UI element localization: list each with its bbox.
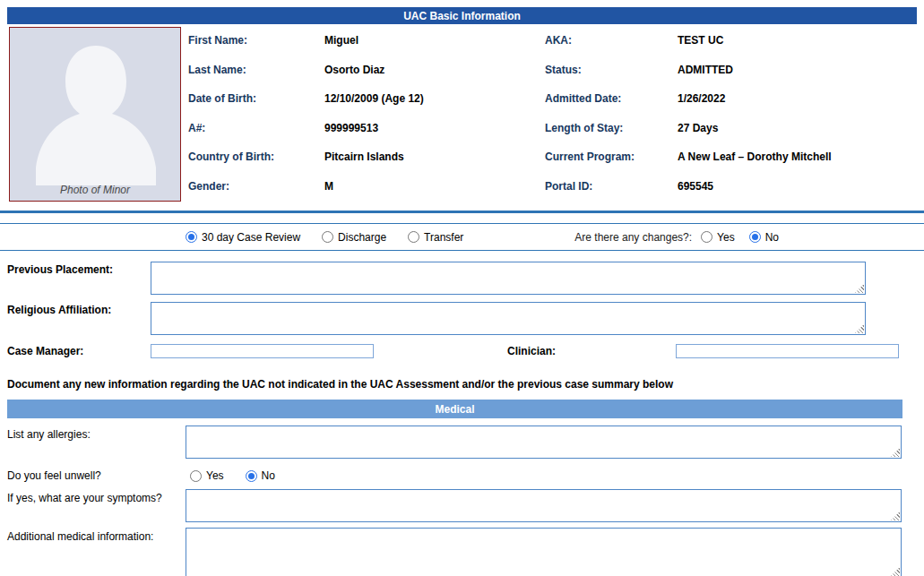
review-type-row: 30 day Case Review Discharge Transfer Ar… <box>7 224 917 250</box>
current-program-label: Current Program: <box>545 150 678 163</box>
field-admitted-date: Admitted Date: 1/26/2022 <box>545 92 910 105</box>
country-of-birth-value: Pitcairn Islands <box>324 150 404 163</box>
changes-option-yes[interactable]: Yes <box>701 231 735 244</box>
field-gender: Gender: M <box>188 180 540 193</box>
last-name-value: Osorto Diaz <box>324 64 384 76</box>
minor-photo: Photo of Minor <box>9 27 181 202</box>
first-name-value: Miguel <box>324 34 358 47</box>
portal-id-label: Portal ID: <box>545 180 678 193</box>
person-silhouette-icon <box>10 28 181 185</box>
a-number-value: 999999513 <box>324 122 378 134</box>
transfer-label: Transfer <box>424 231 463 244</box>
case-manager-clinician-row: Case Manager: Clinician: <box>7 344 917 358</box>
changes-yes-radio[interactable] <box>701 231 712 243</box>
discharge-radio[interactable] <box>322 231 333 243</box>
religious-affiliation-row: Religious Affiliation: <box>7 302 917 335</box>
medical-title: Medical <box>435 403 474 416</box>
country-of-birth-label: Country of Birth: <box>188 150 324 163</box>
basic-info-left-column: First Name: Miguel Last Name: Osorto Dia… <box>188 27 540 203</box>
field-status: Status: ADMITTED <box>545 64 910 76</box>
unwell-no-radio[interactable] <box>246 470 257 482</box>
field-length-of-stay: Length of Stay: 27 Days <box>545 122 910 134</box>
length-of-stay-label: Length of Stay: <box>545 122 678 134</box>
option-discharge[interactable]: Discharge <box>322 231 386 244</box>
thirty-day-case-review-radio[interactable] <box>186 231 197 243</box>
clinician-input[interactable] <box>676 344 899 358</box>
unwell-option-no[interactable]: No <box>246 469 275 482</box>
date-of-birth-value: 12/10/2009 (Age 12) <box>324 92 424 105</box>
admitted-date-label: Admitted Date: <box>545 92 678 105</box>
basic-info-title: UAC Basic Information <box>403 10 521 22</box>
additional-medical-label: Additional medical information: <box>7 528 186 576</box>
field-last-name: Last Name: Osorto Diaz <box>188 64 540 76</box>
previous-placement-textarea[interactable] <box>151 262 866 295</box>
allergies-field <box>186 426 902 459</box>
unwell-yes-label: Yes <box>206 469 224 482</box>
divider <box>0 211 924 213</box>
aka-value: TEST UC <box>678 34 723 47</box>
status-value: ADMITTED <box>678 64 733 76</box>
field-a-number: A#: 999999513 <box>188 122 540 134</box>
basic-info-header: UAC Basic Information <box>7 7 917 24</box>
previous-placement-label: Previous Placement: <box>7 262 151 295</box>
religious-affiliation-label: Religious Affiliation: <box>7 302 151 335</box>
case-manager-input[interactable] <box>151 344 374 358</box>
first-name-label: First Name: <box>188 34 324 47</box>
current-program-value: A New Leaf – Dorothy Mitchell <box>678 150 832 163</box>
changes-yes-label: Yes <box>717 231 735 244</box>
unwell-no-label: No <box>262 469 275 482</box>
field-date-of-birth: Date of Birth: 12/10/2009 (Age 12) <box>188 92 540 105</box>
symptoms-label: If yes, what are your symptoms? <box>7 489 186 522</box>
religious-affiliation-field <box>151 302 866 335</box>
length-of-stay-value: 27 Days <box>678 122 718 134</box>
field-portal-id: Portal ID: 695545 <box>545 180 910 193</box>
unwell-yes-radio[interactable] <box>190 470 202 482</box>
gender-value: M <box>324 180 333 193</box>
unwell-row: Do you feel unwell? Yes No <box>7 468 917 484</box>
changes-no-label: No <box>765 231 779 244</box>
field-current-program: Current Program: A New Leaf – Dorothy Mi… <box>545 150 910 163</box>
changes-option-no[interactable]: No <box>749 231 779 244</box>
medical-header: Medical <box>7 400 902 418</box>
divider <box>0 250 924 251</box>
thirty-day-case-review-label: 30 day Case Review <box>202 231 300 244</box>
uac-case-review-page: UAC Basic Information Photo of Minor Fir… <box>0 0 924 576</box>
symptoms-textarea[interactable] <box>186 489 902 522</box>
field-first-name: First Name: Miguel <box>188 34 540 47</box>
photo-caption: Photo of Minor <box>10 184 180 196</box>
changes-no-radio[interactable] <box>749 231 761 243</box>
allergies-textarea[interactable] <box>186 426 902 459</box>
admitted-date-value: 1/26/2022 <box>678 92 725 105</box>
discharge-label: Discharge <box>338 231 386 244</box>
option-30-day-case-review[interactable]: 30 day Case Review <box>186 231 300 244</box>
option-transfer[interactable]: Transfer <box>408 231 463 244</box>
previous-placement-row: Previous Placement: <box>7 262 917 295</box>
additional-medical-textarea[interactable] <box>186 528 902 576</box>
basic-info-section: Photo of Minor First Name: Miguel Last N… <box>7 27 917 203</box>
allergies-row: List any allergies: <box>7 426 917 459</box>
a-number-label: A#: <box>188 122 324 134</box>
case-manager-label: Case Manager: <box>7 345 151 357</box>
field-country-of-birth: Country of Birth: Pitcairn Islands <box>188 150 540 163</box>
review-type-options: 30 day Case Review Discharge Transfer <box>186 231 485 244</box>
religious-affiliation-textarea[interactable] <box>151 302 866 335</box>
previous-placement-field <box>151 262 866 295</box>
status-label: Status: <box>545 64 678 76</box>
allergies-label: List any allergies: <box>7 426 186 459</box>
transfer-radio[interactable] <box>408 231 419 243</box>
additional-medical-field <box>186 528 902 576</box>
any-changes-question: Are there any changes?: <box>574 231 692 244</box>
unwell-option-yes[interactable]: Yes <box>190 469 224 482</box>
gender-label: Gender: <box>188 180 324 193</box>
unwell-label: Do you feel unwell? <box>7 469 186 482</box>
additional-medical-row: Additional medical information: <box>7 528 917 576</box>
any-changes-group: Are there any changes?: Yes No <box>574 231 793 244</box>
document-instruction-text: Document any new information regarding t… <box>7 378 917 391</box>
basic-info-right-column: AKA: TEST UC Status: ADMITTED Admitted D… <box>545 27 910 203</box>
portal-id-value: 695545 <box>678 180 713 193</box>
symptoms-row: If yes, what are your symptoms? <box>7 489 917 522</box>
date-of-birth-label: Date of Birth: <box>188 92 324 105</box>
symptoms-field <box>186 489 902 522</box>
field-aka: AKA: TEST UC <box>545 34 910 47</box>
last-name-label: Last Name: <box>188 64 324 76</box>
